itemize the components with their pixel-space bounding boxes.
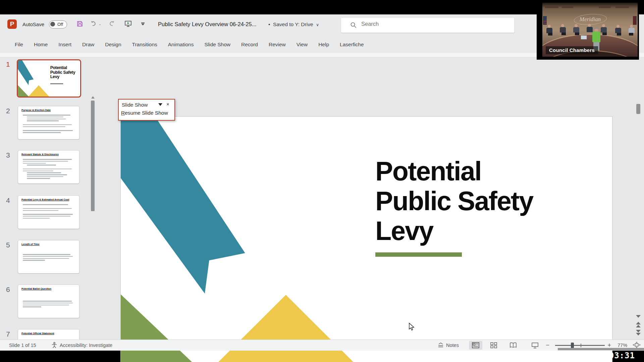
search-input[interactable] (361, 20, 503, 27)
tab-home[interactable]: Home (29, 42, 53, 48)
thumb-number-2: 2 (6, 107, 10, 115)
normal-view-button[interactable] (469, 341, 482, 350)
thumb-body-lines (18, 114, 79, 133)
tab-laserfiche[interactable]: Laserfiche (334, 42, 369, 48)
powerpoint-logo-icon[interactable]: P (7, 19, 17, 29)
slide-thumbnail-5[interactable]: Length of Time (18, 240, 79, 274)
ceiling-light-icon (545, 6, 558, 8)
tab-review[interactable]: Review (263, 42, 291, 48)
zoom-slider-handle[interactable] (571, 343, 574, 348)
council-member (600, 24, 607, 33)
slide-sorter-view-button[interactable] (487, 341, 500, 350)
slide-thumbnail-7[interactable]: Potential Official Statement (18, 329, 79, 340)
undo-dropdown-icon[interactable]: ⌄ (98, 20, 102, 28)
next-slide-button[interactable] (636, 330, 641, 336)
popup-title: Slide Show (122, 102, 148, 108)
resume-slideshow-button[interactable]: Resume Slide Show (121, 110, 168, 116)
tab-design[interactable]: Design (100, 42, 126, 48)
zoom-slider-track[interactable] (555, 345, 605, 346)
council-member (573, 24, 580, 33)
autosave-label: AutoSave (22, 21, 44, 27)
teal-ribbon-shape (121, 117, 612, 362)
tab-file[interactable]: File (9, 42, 29, 48)
slideshow-view-button[interactable] (528, 341, 542, 350)
main-scrollbar[interactable] (636, 104, 640, 114)
ribbon-tabs: File Home Insert Draw Design Transitions… (9, 36, 369, 53)
undo-icon[interactable] (89, 20, 97, 28)
save-status-text: Saved to Y: Drive (273, 21, 313, 27)
previous-slide-button[interactable] (636, 322, 641, 327)
accessibility-status[interactable]: Accessibility: Investigate (60, 340, 112, 351)
zoom-slider-tick (581, 344, 581, 347)
tab-record[interactable]: Record (236, 42, 263, 48)
desk-monitor (629, 33, 633, 36)
scroll-down-icon[interactable] (636, 315, 641, 318)
mouse-cursor (409, 323, 416, 331)
panel-scroll-up-icon[interactable] (91, 96, 95, 99)
tab-insert[interactable]: Insert (53, 42, 77, 48)
toggle-knob-icon (50, 22, 55, 26)
slide-thumbnail-3[interactable]: Relevant Statute & Disclosures (18, 150, 79, 184)
thumb-number-6: 6 (6, 286, 10, 294)
reading-view-button[interactable] (506, 341, 520, 350)
zoom-out-button[interactable]: − (546, 340, 549, 351)
council-member (559, 24, 566, 33)
search-bar[interactable] (341, 17, 515, 33)
slide-thumbnail-panel: 1 Potential Public Safety Levy 2 (0, 57, 101, 340)
thumb-number-1: 1 (6, 60, 10, 68)
council-room-scene: Meridian (542, 3, 638, 57)
thumb-body-lines (18, 203, 79, 219)
desk-monitor (617, 33, 621, 36)
popup-close-icon[interactable]: × (166, 101, 169, 107)
autosave-toggle[interactable]: Off (49, 20, 67, 28)
deck-art (121, 117, 612, 362)
autosave-state: Off (57, 22, 63, 27)
status-bar: Slide 1 of 15 Accessibility: Investigate… (0, 340, 644, 351)
slide-title[interactable]: Potential Public Safety Levy (375, 156, 533, 246)
slide-title-line-3: Levy (375, 216, 533, 246)
notes-button[interactable]: Notes (437, 340, 459, 351)
slide-title-line-1: Potential (375, 156, 533, 186)
tab-animations[interactable]: Animations (163, 42, 199, 48)
desk-monitor (575, 33, 579, 35)
popup-dropdown-icon[interactable] (158, 103, 162, 106)
slide-canvas[interactable]: Potential Public Safety Levy (120, 116, 612, 362)
ceiling-light-icon (599, 6, 611, 8)
customize-toolbar-icon[interactable] (140, 20, 146, 28)
redo-icon[interactable] (108, 20, 116, 28)
thumb-number-5: 5 (6, 241, 10, 249)
tab-slide-show[interactable]: Slide Show (199, 42, 236, 48)
slide-thumbnail-4[interactable]: Potential Levy & Estimated Annual Cost (18, 195, 79, 229)
slide-thumbnail-6[interactable]: Potential Ballot Question (18, 285, 79, 318)
notes-label: Notes (446, 343, 459, 348)
accessibility-icon (51, 340, 58, 351)
tab-help[interactable]: Help (313, 42, 334, 48)
tab-draw[interactable]: Draw (77, 42, 100, 48)
ceiling-light-icon (615, 6, 629, 8)
panel-scrollbar[interactable] (91, 101, 95, 211)
search-icon (350, 21, 357, 29)
start-slideshow-icon[interactable] (124, 20, 132, 28)
save-status[interactable]: • Saved to Y: Drive ∨ (268, 21, 319, 27)
thumb-number-4: 4 (6, 196, 10, 204)
screen: P AutoSave Off ⌄ Public Safety Levy (0, 0, 644, 362)
save-icon[interactable] (76, 20, 84, 28)
video-location-label: Council Chambers (546, 46, 598, 54)
thumb-number-7: 7 (6, 330, 10, 338)
thumb-number-3: 3 (6, 151, 10, 159)
slide-thumbnail-2[interactable]: Purpose & Election Date (18, 106, 79, 139)
video-overlay[interactable]: Meridian (537, 0, 639, 60)
ceiling-light-icon (562, 6, 573, 8)
video-scrub-bar[interactable] (558, 348, 644, 350)
slide-indicator[interactable]: Slide 1 of 15 (9, 340, 36, 351)
thumb-body-lines (18, 248, 79, 261)
council-member (628, 25, 635, 34)
council-member (546, 25, 553, 34)
podium-laptop (581, 35, 587, 40)
video-timestamp: 2025-06-24 18:03:31 (536, 351, 635, 360)
slide-thumbnail-1[interactable]: Potential Public Safety Levy (17, 59, 81, 98)
tab-view[interactable]: View (291, 42, 313, 48)
tab-transitions[interactable]: Transitions (127, 42, 163, 48)
flag-right (633, 16, 637, 25)
desk-monitor (548, 33, 552, 36)
